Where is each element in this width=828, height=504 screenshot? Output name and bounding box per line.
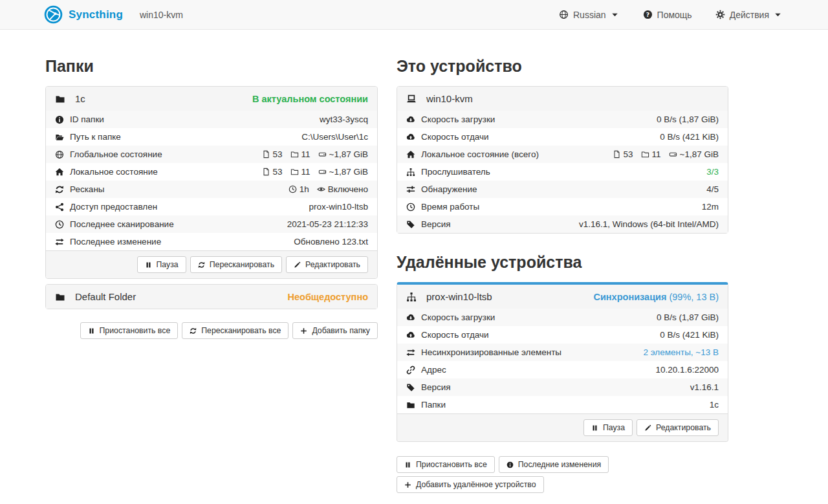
eye-icon: [317, 185, 325, 193]
folder-rescan-button[interactable]: Пересканировать: [190, 256, 282, 273]
table-row-folder-path: Путь к папке C:\Users\User\1c: [46, 128, 377, 146]
folder-pause-button[interactable]: Пауза: [137, 256, 186, 273]
navbar-device-name: win10-kvm: [140, 10, 183, 20]
devices-section: Это устройство win10-kvm Скорость загруз…: [397, 30, 728, 493]
folder-outline-icon: [290, 168, 299, 176]
folder-status-badge: В актуальном состоянии: [252, 94, 368, 104]
pencil-icon: [644, 424, 651, 432]
help-label: Помощь: [657, 10, 692, 20]
table-row-upload-rate: Скорость отдачи 0 B/s (421 KiB): [397, 128, 728, 146]
syncthing-logo-icon: [44, 5, 63, 24]
table-row-folder-id: ID папки wyt33-3yscq: [46, 111, 377, 128]
folder-name: 1c: [75, 93, 85, 104]
recent-changes-button[interactable]: Последние изменения: [499, 456, 609, 473]
folder-icon: [55, 292, 65, 302]
sitemap-icon: [406, 168, 415, 177]
pencil-icon: [294, 261, 301, 268]
laptop-icon: [406, 94, 417, 104]
table-row-listeners: Прослушиватель 3/3: [397, 163, 728, 181]
gear-icon: [715, 10, 725, 19]
folder-edit-button[interactable]: Редактировать: [286, 256, 368, 273]
link-icon: [406, 366, 415, 375]
table-row-global-state: Глобальное состояние 53 11 ~1,87 GiB: [46, 146, 377, 163]
refresh-icon: [198, 261, 205, 268]
table-row-latest-change: Последнее изменение Обновлено 123.txt: [46, 233, 377, 250]
this-device-header[interactable]: win10-kvm: [397, 87, 728, 111]
cloud-download-icon: [406, 313, 415, 322]
folders-heading: Папки: [45, 57, 378, 76]
clock-icon: [289, 185, 297, 193]
remote-device-footer: Пауза Редактировать: [397, 413, 728, 441]
hdd-icon: [318, 168, 327, 176]
question-circle-icon: [643, 10, 653, 19]
table-row-version: Версия v1.16.1, Windows (64-bit Intel/AM…: [397, 215, 728, 233]
plus-icon: [300, 327, 307, 334]
plus-icon: [404, 481, 411, 488]
home-icon: [406, 150, 415, 159]
remote-device-status-badge: Синхронизация (99%, 13 B): [593, 292, 719, 302]
folder-outline-icon: [641, 150, 649, 159]
hdd-icon: [669, 150, 677, 159]
language-dropdown[interactable]: Russian: [559, 10, 620, 20]
default-folder-header[interactable]: Default Folder Необщедоступно: [46, 285, 377, 309]
folder-icon: [55, 94, 65, 104]
actions-label: Действия: [730, 10, 769, 20]
syncthing-brand[interactable]: Syncthing: [44, 5, 123, 24]
folders-section: Папки 1c В актуальном состоянии ID папки…: [45, 30, 378, 493]
table-row-download-rate: Скорость загрузки 0 B/s (1,87 GiB): [397, 111, 728, 128]
pause-icon: [404, 461, 411, 468]
tag-icon: [406, 383, 415, 392]
rescan-all-button[interactable]: Пересканировать все: [182, 322, 289, 339]
pause-all-folders-button[interactable]: Приостановить все: [80, 322, 179, 339]
folder-panel-header[interactable]: 1c В актуальном состоянии: [46, 87, 377, 111]
pause-all-devices-button[interactable]: Приостановить все: [397, 456, 495, 473]
file-outline-icon: [262, 150, 270, 159]
exchange-icon: [406, 348, 415, 357]
pause-icon: [145, 261, 152, 268]
table-row-local-state-total: Локальное состояние (всего) 53 11 ~1,87 …: [397, 146, 728, 163]
table-row-version: Версия v1.16.1: [397, 378, 728, 396]
remote-device-details: Скорость загрузки 0 B/s (1,87 GiB) Скоро…: [397, 309, 728, 413]
clock-icon: [406, 203, 415, 212]
folder-status-badge: Необщедоступно: [288, 292, 368, 302]
globe-icon: [55, 150, 64, 159]
clock-icon: [55, 220, 64, 229]
folder-outline-icon: [290, 150, 299, 159]
share-icon: [55, 203, 64, 212]
pause-icon: [88, 327, 95, 334]
refresh-icon: [190, 327, 197, 334]
remote-device-name: prox-win10-ltsb: [426, 291, 492, 302]
pause-icon: [591, 424, 598, 432]
table-row-rescans: Ресканы 1h Включено: [46, 181, 377, 198]
folder-panel-default: Default Folder Необщедоступно: [45, 284, 378, 309]
tag-icon: [406, 220, 415, 229]
navbar-menu: Russian Помощь Действия: [559, 10, 783, 20]
remote-pause-button[interactable]: Пауза: [583, 419, 633, 436]
this-device-panel: win10-kvm Скорость загрузки 0 B/s (1,87 …: [397, 86, 728, 234]
globe-icon: [559, 10, 569, 19]
out-of-sync-items-link[interactable]: 2 элементы, ~13 B: [643, 346, 719, 358]
folders-actions-row: Приостановить все Пересканировать все До…: [45, 322, 378, 339]
table-row-shared-with: Доступ предоставлен prox-win10-ltsb: [46, 198, 377, 215]
this-device-heading: Это устройство: [397, 57, 728, 76]
folder-name: Default Folder: [75, 291, 136, 302]
caret-down-icon: [773, 10, 783, 19]
folder-icon: [406, 400, 415, 410]
add-folder-button[interactable]: Добавить папку: [292, 322, 378, 339]
folder-panel-footer: Пауза Пересканировать Редактировать: [46, 250, 377, 278]
main-content: Папки 1c В актуальном состоянии ID папки…: [0, 30, 828, 493]
help-menu-item[interactable]: Помощь: [643, 10, 692, 20]
remote-edit-button[interactable]: Редактировать: [637, 419, 719, 436]
actions-dropdown[interactable]: Действия: [715, 10, 783, 20]
remote-devices-actions-row: Приостановить все Последние изменения До…: [397, 456, 728, 493]
file-outline-icon: [262, 168, 270, 176]
sitemap-icon: [406, 292, 417, 302]
info-circle-icon: [55, 115, 64, 124]
remote-device-header[interactable]: prox-win10-ltsb Синхронизация (99%, 13 B…: [397, 285, 728, 309]
remote-devices-heading: Удалённые устройства: [397, 253, 728, 272]
table-row-out-of-sync: Несинхронизированные элементы 2 элементы…: [397, 344, 728, 361]
brand-name: Syncthing: [69, 8, 123, 21]
cloud-upload-icon: [406, 133, 415, 142]
add-remote-device-button[interactable]: Добавить удалённое устройство: [397, 476, 544, 493]
table-row-download-rate: Скорость загрузки 0 B/s (1,87 GiB): [397, 309, 728, 326]
